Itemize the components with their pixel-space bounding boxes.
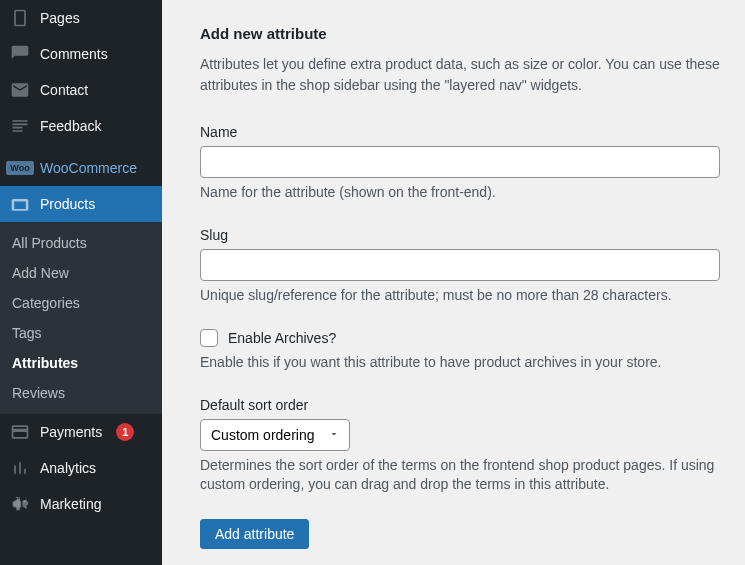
products-submenu: All Products Add New Categories Tags Att… <box>0 222 162 414</box>
products-icon <box>10 194 30 214</box>
sidebar-label: Pages <box>40 10 80 26</box>
sidebar-item-marketing[interactable]: Marketing <box>0 486 162 522</box>
page-heading: Add new attribute <box>200 25 725 42</box>
submenu-reviews[interactable]: Reviews <box>0 378 162 408</box>
slug-field: Slug Unique slug/reference for the attri… <box>200 227 725 306</box>
woo-icon: Woo <box>10 158 30 178</box>
analytics-icon <box>10 458 30 478</box>
submenu-categories[interactable]: Categories <box>0 288 162 318</box>
sidebar-item-woocommerce[interactable]: Woo WooCommerce <box>0 150 162 186</box>
archives-help: Enable this if you want this attribute t… <box>200 353 725 373</box>
slug-help: Unique slug/reference for the attribute;… <box>200 286 725 306</box>
archives-field: Enable Archives? Enable this if you want… <box>200 329 725 373</box>
feedback-icon <box>10 116 30 136</box>
submenu-all-products[interactable]: All Products <box>0 228 162 258</box>
submenu-add-new[interactable]: Add New <box>0 258 162 288</box>
slug-input[interactable] <box>200 249 720 281</box>
sort-field: Default sort order Custom ordering Deter… <box>200 397 725 495</box>
sidebar-label: Contact <box>40 82 88 98</box>
sidebar-label: Feedback <box>40 118 101 134</box>
sidebar-item-contact[interactable]: Contact <box>0 72 162 108</box>
archives-label: Enable Archives? <box>228 330 336 346</box>
name-input[interactable] <box>200 146 720 178</box>
sort-label: Default sort order <box>200 397 725 413</box>
main-content: Add new attribute Attributes let you def… <box>162 0 745 565</box>
mail-icon <box>10 80 30 100</box>
page-icon <box>10 8 30 28</box>
sidebar-item-feedback[interactable]: Feedback <box>0 108 162 144</box>
admin-sidebar: Pages Comments Contact Feedback Woo WooC… <box>0 0 162 565</box>
submenu-tags[interactable]: Tags <box>0 318 162 348</box>
sidebar-label: Marketing <box>40 496 101 512</box>
sidebar-item-comments[interactable]: Comments <box>0 36 162 72</box>
sidebar-item-pages[interactable]: Pages <box>0 0 162 36</box>
name-label: Name <box>200 124 725 140</box>
add-attribute-button[interactable]: Add attribute <box>200 519 309 549</box>
intro-text: Attributes let you define extra product … <box>200 54 725 96</box>
sidebar-label: Analytics <box>40 460 96 476</box>
name-field: Name Name for the attribute (shown on th… <box>200 124 725 203</box>
comment-icon <box>10 44 30 64</box>
sidebar-item-analytics[interactable]: Analytics <box>0 450 162 486</box>
name-help: Name for the attribute (shown on the fro… <box>200 183 725 203</box>
slug-label: Slug <box>200 227 725 243</box>
sort-select[interactable]: Custom ordering <box>200 419 350 451</box>
payments-icon <box>10 422 30 442</box>
sort-help: Determines the sort order of the terms o… <box>200 456 720 495</box>
marketing-icon <box>10 494 30 514</box>
sidebar-label: WooCommerce <box>40 160 137 176</box>
submenu-attributes[interactable]: Attributes <box>0 348 162 378</box>
sidebar-label: Products <box>40 196 95 212</box>
sidebar-item-products[interactable]: Products <box>0 186 162 222</box>
sidebar-label: Comments <box>40 46 108 62</box>
archives-checkbox[interactable] <box>200 329 218 347</box>
sidebar-item-payments[interactable]: Payments 1 <box>0 414 162 450</box>
sidebar-label: Payments <box>40 424 102 440</box>
payments-badge: 1 <box>116 423 134 441</box>
